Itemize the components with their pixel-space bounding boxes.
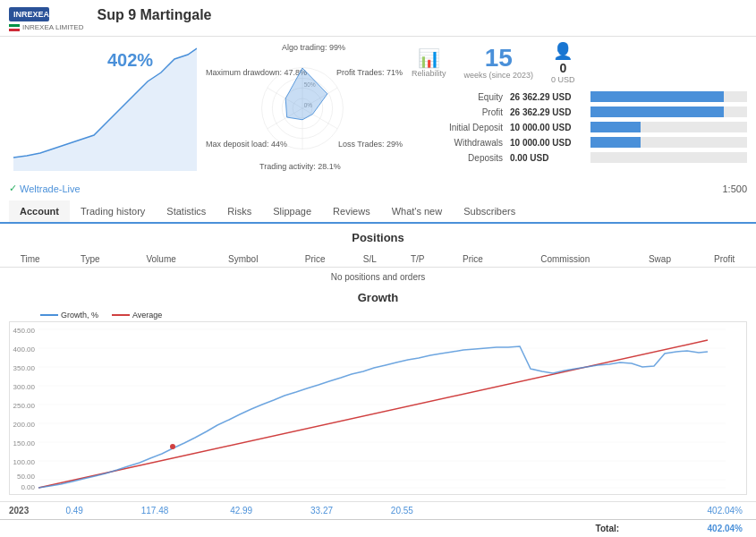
tab-subscribers[interactable]: Subscribers [453,200,526,222]
svg-point-75 [170,444,175,449]
svg-text:350.00: 350.00 [13,364,36,372]
reliability-icon: 📊 [412,47,446,69]
tab-risks[interactable]: Risks [217,200,262,222]
svg-text:300.00: 300.00 [13,383,36,391]
total-value: 402.04% [624,520,756,538]
loss-trades-label: Loss Trades: 29% [338,140,403,149]
col-swap: Swap [626,251,692,268]
val-nov [573,502,599,520]
svg-text:450.00: 450.00 [13,327,36,335]
metric-label: Deposits [412,153,510,163]
weeks-number: 15 [464,46,534,71]
val-oct [547,502,573,520]
val-aug [495,502,521,520]
no-positions-message: No positions and orders [0,268,756,287]
signal-title: Sup 9 Martingale [97,7,211,23]
logo: INREXEA [9,7,49,21]
reliability-box: 📊 Reliability [412,47,446,78]
algo-trading-label: Algo trading: 99% [282,43,345,52]
metric-bar-fill [590,107,724,117]
col-time: Time [0,251,60,268]
metric-row: Initial Deposit 10 000.00 USD [412,122,747,132]
legend-average: Average [112,311,162,320]
metric-value: 0.00 USD [510,153,590,163]
col-t/p: T/P [394,251,442,268]
average-line-icon [112,314,130,316]
growth-section: Growth Growth, % Average 450.00 400.00 3… [0,286,756,499]
metric-label: Initial Deposit [412,123,510,132]
right-stats: 📊 Reliability 15 weeks (since 2023) 👤 0 … [412,41,747,175]
tab-account[interactable]: Account [9,200,70,224]
year-row: 2023 0.49 117.48 42.99 33.27 20.55 402.0… [0,502,756,520]
positions-title: Positions [0,224,756,251]
year-cell: 2023 [0,502,40,520]
svg-line-74 [38,340,708,488]
profit-percentage: 402% [107,50,153,71]
trading-activity-label: Trading activity: 28.1% [259,162,341,171]
mini-chart-svg [9,41,197,171]
broker-row: ✓ Weltrade-Live 1:500 [0,180,756,199]
growth-line-icon [40,314,58,316]
metric-value: 10 000.00 USD [510,138,590,148]
val-jun [442,502,468,520]
ytd-cell: 402.04% [624,502,756,520]
growth-title: Growth [9,291,747,304]
total-row: Total: 402.04% [0,520,756,538]
metric-bar-fill [590,137,641,148]
weeks-box: 15 weeks (since 2023) [464,46,534,80]
subscribers-box: 👤 0 0 USD [551,41,575,84]
metric-bar [590,152,747,163]
svg-text:400.00: 400.00 [13,345,36,354]
metric-value: 26 362.29 USD [510,92,590,102]
metric-row: Withdrawals 10 000.00 USD [412,137,747,148]
positions-table: TimeTypeVolumeSymbolPriceS/LT/PPriceComm… [0,251,756,286]
svg-text:250.00: 250.00 [13,402,36,410]
val-sep [521,502,547,520]
val-dec [599,502,624,520]
weeks-label: weeks (since 2023) [464,71,534,80]
reliability-label: Reliability [412,69,446,78]
metric-bar [590,122,747,132]
tab-reviews[interactable]: Reviews [322,200,381,222]
growth-chart-area: 450.00 400.00 350.00 300.00 250.00 200.0… [9,321,747,495]
metric-bar-fill [590,122,641,132]
col-profit: Profit [692,251,756,268]
val-mar: 42.99 [201,502,282,520]
metric-label: Equity [412,92,510,102]
val-apr: 33.27 [282,502,362,520]
metric-bar-fill [590,91,724,102]
svg-text:150.00: 150.00 [13,439,36,448]
broker-link[interactable]: ✓ Weltrade-Live [9,183,81,194]
tab-trading-history[interactable]: Trading history [70,200,156,222]
col-s/l: S/L [346,251,394,268]
company-subtitle: INREXEA LIMITED [9,23,83,31]
mini-chart: 402% [9,41,197,171]
metric-label: Profit [412,107,510,117]
col-price: Price [285,251,346,268]
val-jul [468,502,494,520]
radar-section: Algo trading: 99% Profit Trades: 71% Los… [206,41,403,175]
metric-bar [590,91,747,102]
subscribers-num: 0 [551,61,575,75]
growth-chart-svg: 450.00 400.00 350.00 300.00 250.00 200.0… [10,322,739,492]
val-may: 20.55 [361,502,442,520]
metrics-list: Equity 26 362.29 USD Profit 26 362.29 US… [412,91,747,163]
radar-svg: 50% 0% [258,64,347,153]
tab-what's-new[interactable]: What's new [381,200,454,222]
total-label: Total: [0,520,624,538]
metric-label: Withdrawals [412,138,510,148]
val-jan: 0.49 [40,502,108,520]
svg-text:200.00: 200.00 [13,421,36,429]
val-feb: 117.48 [108,502,200,520]
flag-icon [9,24,20,31]
tab-statistics[interactable]: Statistics [156,200,217,222]
tabs-bar: AccountTrading historyStatisticsRisksSli… [0,200,756,224]
metric-row: Deposits 0.00 USD [412,152,747,163]
svg-marker-9 [285,68,327,120]
svg-text:100.00: 100.00 [13,458,36,466]
col-volume: Volume [120,251,202,268]
leverage: 1:500 [722,183,747,194]
col-price: Price [442,251,504,268]
col-type: Type [60,251,120,268]
tab-slippage[interactable]: Slippage [262,200,322,222]
